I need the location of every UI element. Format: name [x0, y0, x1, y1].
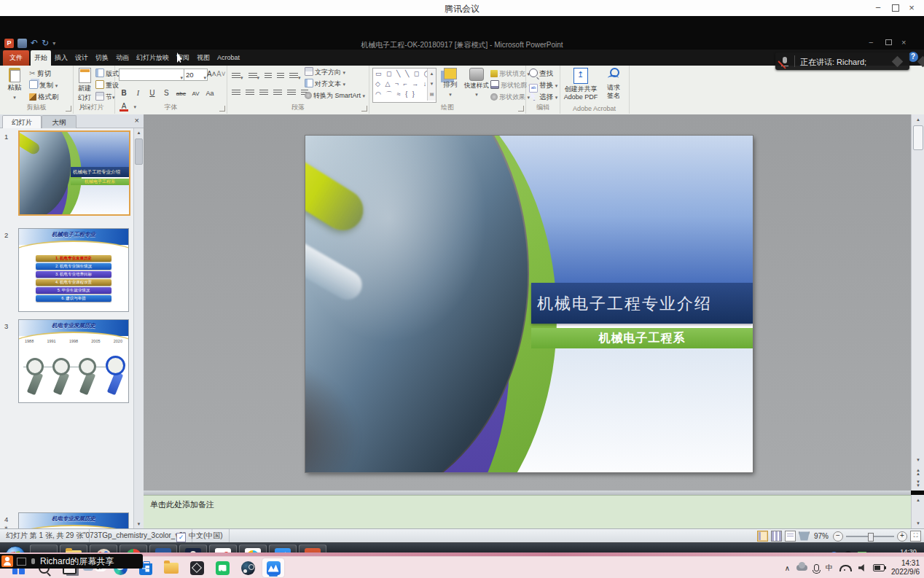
tab-transitions[interactable]: 切换 [92, 50, 112, 66]
scrollbar-thumb[interactable] [135, 138, 143, 165]
arrange-button[interactable]: 排列▾ [439, 68, 461, 98]
font-size-combo[interactable]: 20▾ [184, 69, 208, 81]
justify-button[interactable] [273, 86, 282, 99]
volume-icon[interactable] [858, 564, 866, 571]
shape-fill-button[interactable]: 形状填充 ▾ [490, 69, 530, 79]
slide-thumbnail-4[interactable]: 机电专业发展历史 [18, 512, 129, 528]
scroll-down-button[interactable]: ▼ [912, 519, 924, 528]
bold-button[interactable]: B [120, 89, 128, 97]
strikethrough-button[interactable]: abe [176, 90, 186, 97]
distribute-button[interactable] [287, 86, 296, 99]
replace-button[interactable]: ab替换 ▾ [529, 80, 557, 90]
slide-canvas[interactable]: 机械电子工程专业介绍 机械电子工程系 [305, 136, 753, 472]
section-button[interactable]: 节▾ [95, 92, 115, 102]
fit-to-window-button[interactable]: ⛶ [910, 531, 921, 542]
thumbnails-scrollbar[interactable]: ▲ ▼ [133, 128, 144, 528]
change-case-button[interactable]: Aa [205, 90, 214, 97]
subtitle-banner[interactable]: 机械电子工程系 [531, 328, 753, 348]
tab-home[interactable]: 开始 [31, 50, 51, 66]
cloud-icon[interactable] [796, 565, 807, 571]
help-button[interactable]: ? [908, 52, 918, 62]
zoom-slider[interactable] [846, 536, 894, 537]
powerpoint-logo-icon[interactable]: P [4, 39, 14, 48]
notes-scrollbar[interactable]: ▲ ▼ [911, 495, 924, 528]
redo-button[interactable]: ↻ [42, 39, 49, 48]
screen-share-pill[interactable]: Richard的屏幕共享 [0, 554, 143, 569]
ppt-restore-button[interactable] [885, 39, 892, 47]
convert-smartart-button[interactable]: 转换为 SmartArt ▾ [305, 90, 365, 101]
grow-font-button[interactable]: A˄ [207, 70, 216, 78]
meeting-minimize-button[interactable]: − [870, 2, 886, 14]
select-button[interactable]: 选择 ▾ [529, 92, 557, 102]
ppt-close-button[interactable]: × [901, 39, 906, 47]
notes-pane[interactable]: 单击此处添加备注 [144, 495, 911, 529]
align-right-button[interactable] [259, 86, 268, 99]
increase-indent-button[interactable] [277, 69, 284, 82]
align-left-button[interactable] [232, 86, 240, 99]
shape-effects-button[interactable]: 形状效果 ▾ [490, 92, 530, 102]
panel-close-button[interactable]: × [135, 116, 139, 125]
paste-button[interactable]: 粘贴 ▾ [3, 68, 26, 101]
taskbar-item-file-explorer[interactable] [160, 558, 182, 577]
tab-design[interactable]: 设计 [71, 50, 92, 66]
clipboard-dialog-launcher[interactable] [66, 106, 71, 112]
tab-slideshow[interactable]: 幻灯片放映 [133, 50, 173, 66]
tab-view[interactable]: 视图 [193, 50, 214, 66]
reading-view-button[interactable] [785, 531, 796, 542]
slide-thumbnail-2[interactable]: 机械电子工程专业 1. 机电专业发展历史 2. 机电专业招生情况 3. 机电专业… [18, 228, 129, 312]
underline-button[interactable]: U [148, 89, 157, 97]
microphone-icon[interactable] [814, 564, 819, 571]
create-share-pdf-button[interactable]: 创建并共享Adobe PDF [563, 68, 599, 101]
zoom-in-button[interactable]: + [897, 531, 907, 542]
find-button[interactable]: 查找 [529, 69, 553, 79]
battery-icon[interactable] [873, 564, 885, 571]
shadow-button[interactable]: S [162, 89, 171, 97]
taskbar-item-green-app[interactable] [211, 558, 233, 577]
request-signature-button[interactable]: 请求签名 [602, 68, 625, 100]
numbering-button[interactable]: ▾ [248, 69, 260, 82]
tab-acrobat[interactable]: Acrobat [214, 50, 243, 66]
zoom-out-button[interactable]: − [833, 531, 843, 542]
copy-button[interactable]: 复制 ▾ [29, 80, 58, 90]
scroll-down-button[interactable]: ▼ [912, 456, 924, 465]
scroll-up-button[interactable]: ▲ [912, 115, 924, 125]
bullets-button[interactable]: ▾ [232, 69, 243, 82]
scrollbar-thumb[interactable] [913, 125, 923, 150]
format-painter-button[interactable]: 格式刷 [29, 92, 59, 102]
font-dialog-launcher[interactable] [219, 106, 225, 112]
italic-button[interactable]: I [133, 89, 142, 97]
normal-view-button[interactable] [757, 531, 768, 542]
taskbar-item-steam[interactable] [237, 558, 259, 577]
tab-animations[interactable]: 动画 [112, 50, 133, 66]
save-button[interactable] [17, 39, 27, 48]
tab-insert[interactable]: 插入 [51, 50, 71, 66]
shape-outline-button[interactable]: 形状轮廓 ▾ [490, 80, 531, 90]
meeting-close-button[interactable]: × [904, 2, 920, 14]
align-text-button[interactable]: 对齐文本 ▾ [305, 79, 345, 89]
font-name-combo[interactable]: ▾ [119, 69, 184, 81]
scroll-up-button[interactable]: ▲ [134, 128, 144, 137]
text-direction-button[interactable]: 文字方向 ▾ [305, 67, 345, 77]
wifi-icon[interactable] [839, 565, 852, 571]
ppt-minimize-button[interactable]: − [869, 39, 873, 47]
editor-scrollbar[interactable]: ▲ ▼ ▲▲ ▼▼ [911, 114, 924, 491]
slide-thumbnail-3[interactable]: 机电专业发展历史 19881991199820052020 [18, 319, 129, 403]
tab-outline[interactable]: 大纲 [42, 115, 77, 128]
meeting-maximize-button[interactable] [888, 2, 904, 14]
drawing-dialog-launcher[interactable] [518, 106, 524, 112]
tab-file[interactable]: 文件 [3, 50, 29, 66]
slideshow-view-button[interactable] [799, 531, 810, 542]
undo-button[interactable]: ↶ [31, 39, 38, 48]
cut-button[interactable]: ✂ 剪切 [29, 69, 51, 79]
taskbar-item-dev-box[interactable] [186, 558, 208, 577]
zoom-slider-thumb[interactable] [868, 533, 874, 542]
quick-styles-button[interactable]: 快速样式▾ [463, 68, 490, 98]
paragraph-dialog-launcher[interactable] [361, 106, 367, 112]
taskbar-item-tencent-meeting[interactable] [262, 558, 284, 577]
decrease-indent-button[interactable] [265, 69, 272, 82]
scroll-up-button[interactable]: ▲ [912, 496, 924, 504]
scroll-down-button[interactable]: ▼ [134, 520, 144, 528]
shapes-gallery-scroll[interactable]: ▲▼▤ [427, 69, 436, 101]
tab-review[interactable]: 审阅 [173, 50, 193, 66]
slide-sorter-view-button[interactable] [771, 531, 782, 542]
